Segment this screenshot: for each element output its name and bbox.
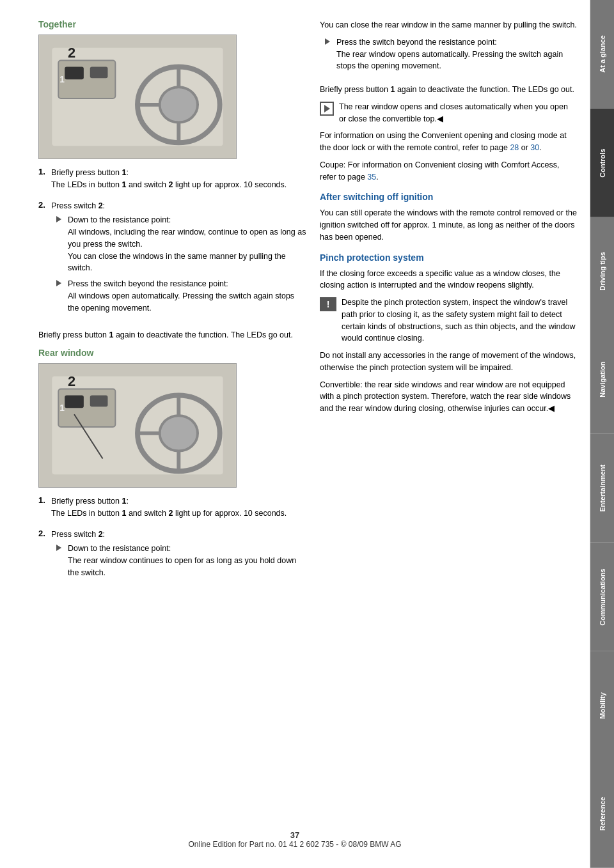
- right-substep-1: Press the switch beyond the resistance p…: [320, 36, 577, 77]
- convertible-warning-text: Convertible: the rear side windows and r…: [320, 379, 577, 415]
- right-substep-list: Press the switch beyond the resistance p…: [320, 36, 577, 77]
- sidebar-tab-communications[interactable]: Communications: [590, 543, 614, 651]
- warning-text: Despite the pinch protection system, ins…: [342, 297, 577, 345]
- warning-triangle-icon: !: [320, 297, 336, 311]
- sidebar-tab-reference[interactable]: Reference: [590, 759, 614, 868]
- page-footer: 37 Online Edition for Part no. 01 41 2 6…: [0, 830, 590, 849]
- right-deactivate: Briefly press button 1 again to deactiva…: [320, 84, 577, 96]
- svg-rect-8: [65, 66, 84, 79]
- left-column: Together: [38, 19, 307, 830]
- svg-text:2: 2: [68, 373, 75, 389]
- together-title: Together: [38, 19, 307, 29]
- page-number: 37: [0, 830, 590, 840]
- arrow-bullet-icon: [56, 216, 61, 222]
- sidebar-tab-navigation[interactable]: Navigation: [590, 325, 614, 434]
- rear-window-title: Rear window: [38, 348, 307, 358]
- svg-rect-7: [58, 61, 115, 98]
- right-column: You can close the rear window in the sam…: [320, 19, 577, 830]
- for-info-text: For information on using the Convenient …: [320, 130, 577, 154]
- arrow-bullet-icon-3: [56, 545, 61, 551]
- svg-rect-20: [65, 395, 84, 408]
- right-sidebar: At a glance Controls Driving tips Naviga…: [590, 0, 614, 868]
- main-content: Together: [0, 0, 590, 868]
- together-deactivate: Briefly press button 1 again to deactiva…: [38, 329, 307, 341]
- svg-rect-9: [90, 66, 108, 78]
- svg-point-15: [160, 415, 198, 451]
- together-image: 2 1: [38, 35, 237, 159]
- note-box-convertible: The rear window opens and closes automat…: [320, 101, 577, 125]
- after-ignition-title: After switching off ignition: [320, 192, 577, 202]
- sidebar-tab-at-glance[interactable]: At a glance: [590, 0, 614, 109]
- pinch-title: Pinch protection system: [320, 252, 577, 263]
- together-substep-1: Down to the resistance point: All window…: [51, 214, 307, 274]
- rear-window-substep-1: Down to the resistance point: The rear w…: [51, 543, 307, 578]
- sidebar-tab-driving[interactable]: Driving tips: [590, 217, 614, 326]
- coupe-text: Coupe: For information on Convenient clo…: [320, 159, 577, 183]
- together-step-2: 2. Press switch 2: Down to the resistanc…: [38, 200, 307, 323]
- warning-box: ! Despite the pinch protection system, i…: [320, 297, 577, 345]
- page-container: Together: [0, 0, 614, 868]
- footer-text: Online Edition for Part no. 01 41 2 602 …: [0, 840, 590, 849]
- svg-text:2: 2: [68, 45, 75, 61]
- together-section: Together: [38, 19, 307, 341]
- rear-window-step-1: 1. Briefly press button 1: The LEDs in b…: [38, 495, 307, 525]
- close-rear-window-text: You can close the rear window in the sam…: [320, 19, 577, 31]
- arrow-bullet-icon-4: [325, 38, 330, 45]
- svg-text:1: 1: [59, 74, 65, 84]
- after-ignition-body: You can still operate the windows with t…: [320, 207, 577, 243]
- svg-rect-21: [90, 395, 108, 407]
- note-play-icon: [320, 102, 334, 116]
- together-substeps: Down to the resistance point: All window…: [51, 214, 307, 314]
- rear-window-step-2: 2. Press switch 2: Down to the resistanc…: [38, 529, 307, 588]
- link-page-35[interactable]: 35: [367, 173, 376, 182]
- link-page-28[interactable]: 28: [510, 143, 519, 152]
- sidebar-tab-entertainment[interactable]: Entertainment: [590, 434, 614, 543]
- svg-point-3: [160, 87, 198, 122]
- together-substep-2: Press the switch beyond the resistance p…: [51, 278, 307, 314]
- svg-marker-25: [324, 105, 330, 112]
- together-step-1: 1. Briefly press button 1: The LEDs in b…: [38, 167, 307, 196]
- link-page-30[interactable]: 30: [530, 143, 539, 152]
- rear-window-image: 2 1: [38, 363, 237, 488]
- note-convertible-text: The rear window opens and closes automat…: [339, 101, 577, 125]
- sidebar-tab-mobility[interactable]: Mobility: [590, 651, 614, 760]
- svg-text:1: 1: [59, 403, 65, 413]
- sidebar-tab-controls[interactable]: Controls: [590, 109, 614, 217]
- rear-window-substeps: Down to the resistance point: The rear w…: [51, 543, 307, 578]
- rear-window-section: Rear window: [38, 348, 307, 588]
- arrow-bullet-icon-2: [56, 280, 61, 286]
- rear-window-steps: 1. Briefly press button 1: The LEDs in b…: [38, 495, 307, 588]
- together-steps: 1. Briefly press button 1: The LEDs in b…: [38, 167, 307, 323]
- no-install-text: Do not install any accessories in the ra…: [320, 350, 577, 374]
- pinch-body: If the closing force exceeds a specific …: [320, 268, 577, 292]
